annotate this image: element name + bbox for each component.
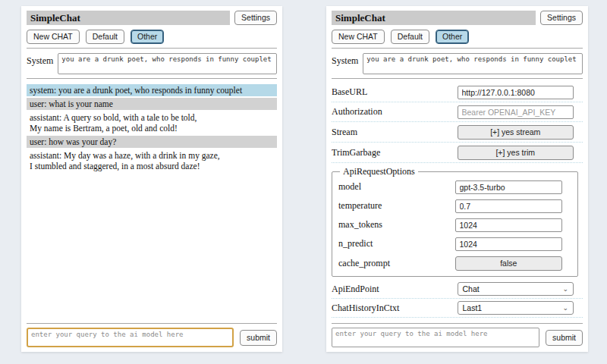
setting-row-chathistoryinctxt: ChatHistoryInCtxt Last1 ⌄ [332,299,583,318]
setting-label: ApiEndPoint [332,284,458,295]
chevron-down-icon: ⌄ [562,305,568,311]
session-button-default[interactable]: Default [86,30,124,44]
chat-message-user: user: how was your day? [27,136,277,148]
app-title: SimpleChat [27,11,230,25]
submit-button[interactable]: submit [546,330,583,346]
query-input[interactable] [332,328,539,347]
session-button-new-chat[interactable]: New CHAT [332,30,385,44]
session-button-new-chat[interactable]: New CHAT [27,30,80,44]
authorization-input[interactable] [458,105,574,119]
setting-row-completionfreshchatalways: CompletionFreshChatAlways [+] yes fresh [332,318,583,319]
title-bar: SimpleChat Settings [332,11,583,25]
divider [27,48,277,49]
n-predict-input[interactable] [455,237,563,251]
setting-row-baseurl: BaseURL [332,83,583,102]
selected-option: Last1 [463,303,483,312]
trimgarbage-toggle-button[interactable]: [+] yes trim [458,146,574,160]
divider [332,48,583,49]
setting-row-authorization: Authorization [332,102,583,122]
session-bar: New CHAT Default Other [332,30,583,44]
fieldset-legend: ApiRequestOptions [340,166,418,177]
query-row: submit [332,328,583,347]
setting-label: TrimGarbage [332,147,458,158]
setting-label: BaseURL [332,86,458,98]
chat-message-user: user: what is your name [27,98,277,110]
apiendpoint-select[interactable]: Chat ⌄ [458,282,574,296]
selected-option: Chat [463,284,480,293]
api-request-options-fieldset: ApiRequestOptions model temperature max_… [332,166,578,277]
query-input[interactable] [27,328,234,347]
system-prompt-row: System you are a drunk poet, who respond… [332,53,583,74]
settings-button[interactable]: Settings [234,11,277,25]
cache-prompt-toggle-button[interactable]: false [455,256,563,271]
setting-label: cache_prompt [338,258,455,269]
chat-panel: SimpleChat Settings New CHAT Default Oth… [21,6,282,352]
divider [27,78,277,79]
divider [27,323,277,324]
divider [332,323,583,324]
chevron-down-icon: ⌄ [562,286,568,292]
temperature-input[interactable] [455,199,563,213]
setting-row-cache-prompt: cache_prompt false [338,253,571,273]
setting-row-temperature: temperature [338,196,571,215]
chat-message-list: system: you are a drunk poet, who respon… [27,83,277,319]
system-label: System [332,53,358,67]
session-button-other[interactable]: Other [436,30,469,44]
model-input[interactable] [455,180,563,194]
system-prompt-input[interactable]: you are a drunk poet, who responds in fu… [58,53,277,74]
settings-form: BaseURL Authorization Stream [+] yes str… [332,83,583,319]
chat-message-assistant: assistant: My day was a haze, with a dri… [27,149,277,172]
setting-row-model: model [338,177,571,196]
system-label: System [27,53,53,67]
submit-button[interactable]: submit [240,330,277,346]
setting-row-n-predict: n_predict [338,234,571,253]
session-button-default[interactable]: Default [391,30,429,44]
system-prompt-row: System you are a drunk poet, who respond… [27,53,277,74]
setting-row-apiendpoint: ApiEndPoint Chat ⌄ [332,280,583,299]
setting-label: Authorization [332,106,458,118]
setting-label: max_tokens [338,219,455,231]
chathistoryinctxt-select[interactable]: Last1 ⌄ [458,301,574,315]
stream-toggle-button[interactable]: [+] yes stream [458,125,574,140]
setting-label: ChatHistoryInCtxt [332,303,458,314]
setting-row-stream: Stream [+] yes stream [332,122,583,143]
setting-row-max-tokens: max_tokens [338,215,571,234]
setting-row-trimgarbage: TrimGarbage [+] yes trim [332,143,583,163]
max-tokens-input[interactable] [455,218,563,232]
session-button-other[interactable]: Other [131,30,164,44]
system-prompt-input[interactable]: you are a drunk poet, who responds in fu… [363,53,583,74]
chat-message-assistant: assistant: A query so bold, with a tale … [27,111,277,134]
settings-button[interactable]: Settings [540,11,583,25]
app-title: SimpleChat [332,11,536,25]
session-bar: New CHAT Default Other [27,30,277,44]
setting-label: n_predict [338,238,455,249]
chat-message-system: system: you are a drunk poet, who respon… [27,84,277,96]
baseurl-input[interactable] [458,86,574,99]
setting-label: model [338,181,455,193]
settings-panel: SimpleChat Settings New CHAT Default Oth… [326,6,588,352]
setting-label: temperature [338,200,455,212]
query-row: submit [27,328,277,347]
title-bar: SimpleChat Settings [27,11,277,25]
setting-label: Stream [332,127,458,138]
divider [332,78,583,79]
